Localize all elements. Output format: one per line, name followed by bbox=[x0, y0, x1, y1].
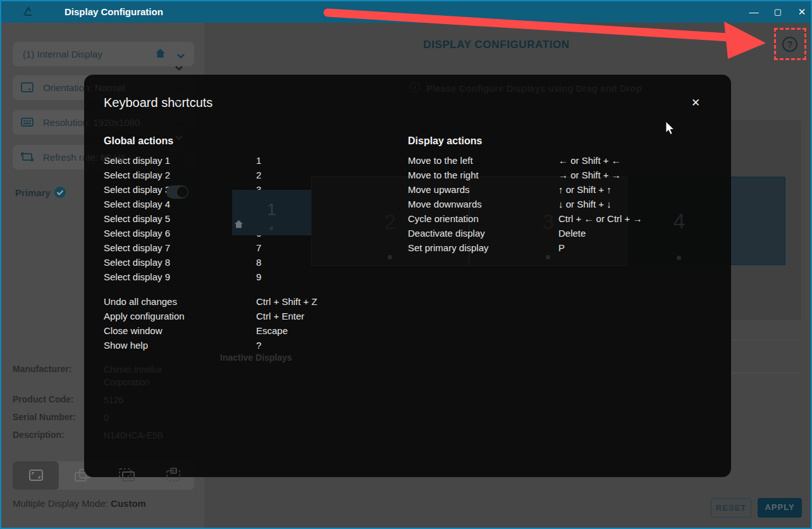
global-shortcut-list: Undo all changes Ctrl + Shift + Z Apply … bbox=[104, 296, 401, 354]
mode-extend-icon[interactable]: 2 bbox=[164, 467, 183, 487]
shortcut-key: 1 bbox=[256, 155, 261, 170]
toggle-knob bbox=[177, 187, 188, 197]
shortcut-row: Undo all changes Ctrl + Shift + Z bbox=[104, 296, 401, 311]
chevron-down-icon bbox=[175, 132, 183, 143]
shortcut-key: 9 bbox=[256, 271, 261, 286]
display-dot bbox=[269, 227, 273, 230]
manufacturer-label: Manufacturer: bbox=[13, 364, 71, 374]
maximize-button[interactable]: ▢ bbox=[769, 4, 787, 20]
display-actions-heading: Display actions bbox=[408, 135, 711, 147]
shortcut-key: 2 bbox=[256, 170, 261, 184]
display-1[interactable]: 1 bbox=[232, 190, 311, 235]
shortcut-key: 8 bbox=[256, 257, 261, 271]
display-number: 1 bbox=[232, 200, 311, 220]
mode-custom-selected[interactable] bbox=[13, 461, 59, 490]
shortcut-key: 7 bbox=[256, 242, 261, 257]
display-3[interactable]: 3 bbox=[469, 177, 627, 266]
primary-toggle[interactable] bbox=[166, 185, 188, 199]
shortcut-key: Ctrl + Shift + Z bbox=[256, 296, 317, 311]
close-button[interactable]: ✕ bbox=[793, 4, 811, 20]
display-4-overlay: 4 bbox=[627, 177, 731, 266]
refresh-rate-icon bbox=[20, 151, 34, 165]
mode-join-icon[interactable]: 1 bbox=[118, 467, 137, 487]
shortcut-action: Select display 2 bbox=[104, 170, 256, 184]
mode-value: Custom bbox=[111, 498, 146, 509]
page-title: DISPLAY CONFIGURATION bbox=[206, 39, 787, 51]
shortcut-action: Select display 8 bbox=[104, 257, 256, 271]
apply-button[interactable]: APPLY bbox=[758, 498, 802, 518]
description-label: Description: bbox=[13, 430, 65, 440]
primary-checked-icon[interactable] bbox=[54, 186, 66, 201]
window-title: Display Configuration bbox=[65, 6, 163, 17]
display-number: 2 bbox=[312, 209, 469, 234]
display-2[interactable]: 2 bbox=[311, 177, 469, 266]
display-dot bbox=[388, 255, 392, 259]
manufacturer-value: Chimei Innolux Corporation bbox=[104, 363, 186, 389]
annotation-dashed-box bbox=[774, 28, 806, 60]
display-dot bbox=[677, 256, 681, 260]
shortcut-action: Move to the left bbox=[408, 155, 558, 170]
shortcut-action: Close window bbox=[104, 325, 256, 340]
home-icon bbox=[155, 48, 166, 60]
chevron-down-icon bbox=[175, 62, 183, 73]
shortcut-row: Apply configuration Ctrl + Enter bbox=[104, 311, 401, 325]
dialog-close-icon[interactable]: ✕ bbox=[691, 96, 700, 109]
svg-text:2: 2 bbox=[173, 469, 175, 473]
description-value: N140HCA-E5B bbox=[104, 429, 186, 442]
primary-label: Primary bbox=[15, 187, 51, 198]
shortcut-action: Select display 7 bbox=[104, 242, 256, 257]
shortcut-action: Select display 1 bbox=[104, 155, 256, 170]
product-code-value: 5126 bbox=[104, 394, 186, 406]
global-actions-heading: Global actions bbox=[104, 135, 401, 147]
shortcut-action: Undo all changes bbox=[104, 296, 256, 311]
titlebar: Display Configuration — ▢ ✕ bbox=[1, 1, 811, 23]
orientation-icon bbox=[20, 81, 34, 96]
shortcut-row: Close window Escape bbox=[104, 325, 401, 340]
display-number: 3 bbox=[470, 209, 627, 234]
multiple-display-mode-label: Multiple Display Mode: Custom bbox=[13, 498, 146, 509]
display-dot bbox=[546, 255, 550, 259]
display-selector-label: (1) Internal Display bbox=[23, 49, 102, 59]
mode-custom-icon bbox=[28, 468, 44, 483]
shortcut-row: Select display 9 9 bbox=[104, 271, 401, 286]
shortcut-key: Escape bbox=[256, 325, 288, 340]
primary-home-icon bbox=[234, 220, 243, 231]
serial-number-value: 0 bbox=[104, 411, 186, 424]
shortcut-row: Move to the left ← or Shift + ← bbox=[408, 155, 711, 170]
display-configuration-window: Display Configuration — ▢ ✕ (1) Internal… bbox=[0, 0, 812, 529]
chevron-down-icon bbox=[176, 50, 185, 61]
minimize-button[interactable]: — bbox=[745, 4, 763, 20]
info-icon: i bbox=[410, 82, 420, 92]
info-message: Please Configure Displays using Drag and… bbox=[426, 83, 642, 94]
shortcut-key: Ctrl + Enter bbox=[256, 311, 304, 325]
product-code-label: Product Code: bbox=[13, 394, 73, 404]
app-logo-icon bbox=[23, 6, 34, 20]
svg-text:1: 1 bbox=[126, 474, 130, 480]
shortcut-row: Select display 1 1 bbox=[104, 155, 401, 170]
chevron-down-icon bbox=[175, 97, 183, 108]
resolution-icon bbox=[20, 116, 34, 130]
reset-button[interactable]: RESET bbox=[711, 498, 751, 518]
display-number: 4 bbox=[627, 209, 731, 233]
shortcut-action: Select display 9 bbox=[104, 271, 256, 286]
serial-number-label: Serial Number: bbox=[13, 412, 76, 422]
shortcut-action: Apply configuration bbox=[104, 311, 256, 325]
inactive-displays-label: Inactive Displays bbox=[220, 352, 292, 363]
display-selector-dropdown[interactable]: (1) Internal Display bbox=[13, 42, 194, 66]
shortcut-key: ← or Shift + ← bbox=[558, 155, 621, 170]
dialog-title: Keyboard shortcuts bbox=[104, 96, 212, 110]
